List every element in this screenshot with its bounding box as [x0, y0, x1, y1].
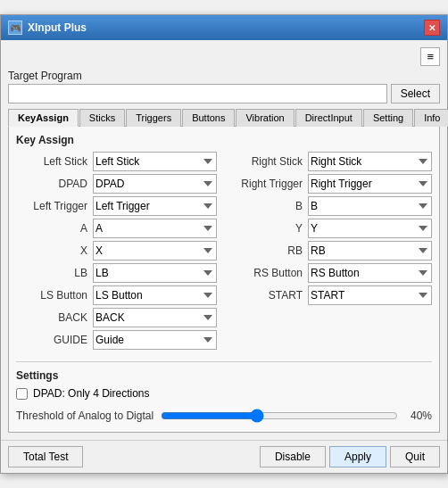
main-window: 🎮 XInput Plus ✕ ≡ Target Program Select …: [0, 14, 448, 474]
key-assign-title: Key Assign: [16, 134, 432, 146]
rs-button-select[interactable]: RS Button: [308, 263, 432, 283]
select-button[interactable]: Select: [391, 84, 440, 103]
key-assign-columns: Left Stick Left Stick DPAD DPAD Left Tri…: [16, 152, 432, 352]
key-row-b: B B: [231, 196, 432, 216]
right-trigger-label: Right Trigger: [231, 178, 303, 190]
disable-button[interactable]: Disable: [260, 446, 326, 467]
tab-sticks[interactable]: Sticks: [79, 109, 125, 127]
tab-content-keyassign: Key Assign Left Stick Left Stick DPAD DP…: [8, 127, 440, 433]
close-button[interactable]: ✕: [424, 20, 440, 36]
left-stick-select[interactable]: Left Stick: [93, 152, 217, 171]
key-row-left-stick: Left Stick Left Stick: [16, 152, 217, 171]
y-label: Y: [231, 222, 303, 235]
a-label: A: [16, 222, 87, 235]
threshold-slider[interactable]: [161, 407, 398, 425]
right-stick-label: Right Stick: [231, 155, 303, 168]
bottom-bar: Total Test Disable Apply Quit: [1, 440, 447, 473]
b-label: B: [231, 200, 303, 212]
target-program-input[interactable]: [8, 84, 387, 103]
x-select[interactable]: X: [93, 241, 217, 261]
tab-directinput[interactable]: DirectInput: [295, 109, 362, 127]
left-trigger-label: Left Trigger: [16, 200, 87, 212]
dpad-checkbox-row: DPAD: Only 4 Directions: [16, 387, 432, 400]
start-label: START: [231, 289, 303, 302]
tab-info[interactable]: Info: [414, 109, 448, 127]
lb-label: LB: [16, 267, 87, 279]
title-bar-left: 🎮 XInput Plus: [8, 21, 87, 35]
settings-title: Settings: [16, 369, 432, 382]
key-row-right-trigger: Right Trigger Right Trigger: [231, 174, 432, 194]
key-row-lb: LB LB: [16, 263, 217, 283]
ls-button-select[interactable]: LS Button: [93, 285, 217, 305]
app-icon: 🎮: [8, 21, 22, 35]
guide-label: GUIDE: [16, 334, 87, 346]
title-bar: 🎮 XInput Plus ✕: [1, 15, 447, 40]
dpad-label: DPAD: [16, 178, 87, 190]
ls-button-label: LS Button: [16, 289, 87, 302]
tab-vibration[interactable]: Vibration: [236, 109, 294, 127]
threshold-value: 40%: [405, 409, 432, 422]
window-title: XInput Plus: [28, 21, 87, 34]
b-select[interactable]: B: [308, 196, 432, 216]
target-program-section: Target Program Select: [8, 70, 440, 103]
dpad-directions-label: DPAD: Only 4 Directions: [33, 387, 149, 400]
target-row: Select: [8, 84, 440, 103]
key-row-a: A A: [16, 219, 217, 238]
tab-keyassign[interactable]: KeyAssign: [8, 109, 79, 127]
right-trigger-select[interactable]: Right Trigger: [308, 174, 432, 194]
settings-section: Settings DPAD: Only 4 Directions Thresho…: [16, 361, 432, 425]
target-program-label: Target Program: [8, 70, 440, 82]
y-select[interactable]: Y: [308, 219, 432, 238]
key-row-x: X X: [16, 241, 217, 261]
left-stick-label: Left Stick: [16, 155, 87, 168]
lb-select[interactable]: LB: [93, 263, 217, 283]
key-row-left-trigger: Left Trigger Left Trigger: [16, 196, 217, 216]
tab-buttons[interactable]: Buttons: [182, 109, 235, 127]
key-row-guide: GUIDE Guide: [16, 330, 217, 350]
threshold-slider-row: Threshold of Analog to Digtal 40%: [16, 407, 432, 425]
menu-button[interactable]: ≡: [420, 47, 440, 66]
key-row-back: BACK BACK: [16, 308, 217, 327]
main-content: ≡ Target Program Select KeyAssign Sticks…: [1, 40, 447, 440]
right-column: Right Stick Right Stick Right Trigger Ri…: [231, 152, 432, 352]
key-row-start: START START: [231, 285, 432, 305]
quit-button[interactable]: Quit: [390, 446, 440, 467]
back-select[interactable]: BACK: [93, 308, 217, 327]
rs-button-label: RS Button: [231, 267, 303, 279]
key-row-y: Y Y: [231, 219, 432, 238]
key-row-rb: RB RB: [231, 241, 432, 261]
dpad-select[interactable]: DPAD: [93, 174, 217, 194]
rb-select[interactable]: RB: [308, 241, 432, 261]
back-label: BACK: [16, 311, 87, 324]
key-row-right-stick: Right Stick Right Stick: [231, 152, 432, 171]
dpad-checkbox[interactable]: [16, 388, 28, 400]
key-row-rs-button: RS Button RS Button: [231, 263, 432, 283]
a-select[interactable]: A: [93, 219, 217, 238]
apply-button[interactable]: Apply: [329, 446, 386, 467]
left-column: Left Stick Left Stick DPAD DPAD Left Tri…: [16, 152, 217, 352]
threshold-label: Threshold of Analog to Digtal: [16, 409, 153, 422]
right-stick-select[interactable]: Right Stick: [308, 152, 432, 171]
total-test-button[interactable]: Total Test: [8, 446, 83, 467]
key-row-ls-button: LS Button LS Button: [16, 285, 217, 305]
left-trigger-select[interactable]: Left Trigger: [93, 196, 217, 216]
tab-bar: KeyAssign Sticks Triggers Buttons Vibrat…: [8, 109, 440, 127]
guide-select[interactable]: Guide: [93, 330, 217, 350]
tab-triggers[interactable]: Triggers: [126, 109, 181, 127]
rb-label: RB: [231, 244, 303, 257]
key-row-dpad: DPAD DPAD: [16, 174, 217, 194]
start-select[interactable]: START: [308, 285, 432, 305]
menu-bar: ≡: [8, 47, 440, 66]
tab-setting[interactable]: Setting: [363, 109, 413, 127]
bottom-btn-group: Disable Apply Quit: [260, 446, 440, 467]
x-label: X: [16, 244, 87, 257]
